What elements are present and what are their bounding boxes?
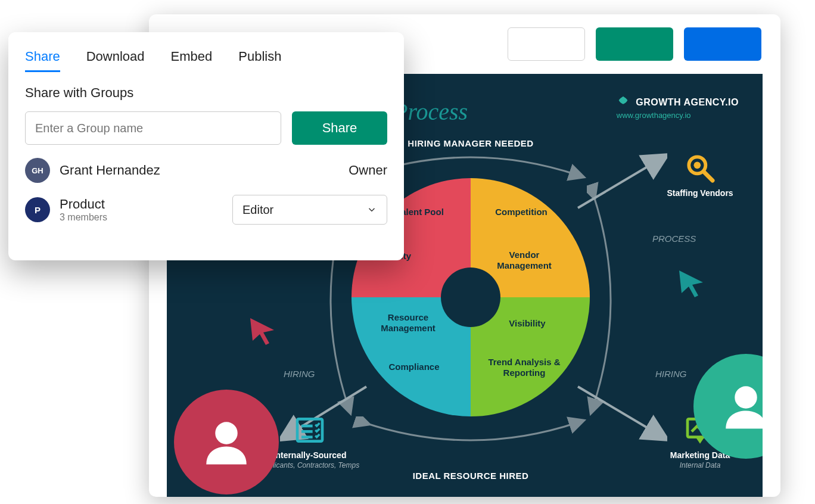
wheel-bl1: Resource Management (369, 312, 447, 334)
wheel-tr1: Competition (489, 207, 554, 217)
role-select-value: Editor (242, 203, 273, 217)
svg-line-0 (578, 160, 658, 208)
wheel-br2: Trend Analysis & Reporting (486, 357, 563, 378)
bottom-label: IDEAL RESOURCE HIRED (399, 471, 542, 481)
arrow-br (572, 378, 667, 443)
agency-name: GROWTH AGENCY.IO (636, 97, 739, 107)
staffing-vendors-block: Staffing Vendors (661, 151, 739, 198)
svg-point-12 (735, 386, 757, 409)
tab-share[interactable]: Share (25, 43, 60, 72)
checklist-icon (293, 413, 326, 447)
modal-tabs: Share Download Embed Publish (25, 43, 387, 72)
toolbar-button-outline[interactable] (508, 27, 585, 61)
internally-sourced-sub: Applicants, Contractors, Temps (260, 461, 359, 469)
magnifier-icon (683, 151, 717, 185)
wheel-br1: Visibility (497, 318, 557, 329)
avatar-p: P (25, 197, 50, 222)
owner-role-label: Owner (349, 163, 387, 178)
chevron-down-icon (366, 204, 377, 215)
internally-sourced-label: Internally-Sourced (273, 450, 347, 460)
person-icon (719, 379, 763, 433)
marketing-data-sub: Internal Data (680, 461, 721, 469)
agency-logo: GROWTH AGENCY.IO www.growthagency.io (617, 95, 739, 120)
collaborator-avatar-red (174, 390, 279, 494)
cursor-red-icon (244, 312, 280, 348)
wheel-bl2: Compliance (381, 362, 447, 372)
top-label: HIRING MANAGER NEEDED (399, 138, 542, 148)
agency-url: www.growthagency.io (617, 111, 739, 120)
tab-publish[interactable]: Publish (238, 43, 281, 72)
canvas-title: Process (393, 98, 468, 126)
share-section-title: Share with Groups (25, 85, 387, 101)
avatar-gh: GH (25, 158, 50, 183)
svg-point-4 (694, 162, 701, 169)
cursor-teal-icon (673, 265, 709, 300)
share-modal: Share Download Embed Publish Share with … (8, 32, 404, 260)
svg-line-5 (704, 172, 713, 181)
share-input-row: Share (25, 111, 387, 145)
member-row-group: P Product 3 members Editor (25, 195, 387, 225)
arrow-tr (572, 151, 667, 217)
member-sub-group: 3 members (60, 212, 107, 223)
member-name-owner: Grant Hernandez (60, 163, 160, 178)
process-label: PROCESS (652, 234, 696, 244)
member-name-group: Product (60, 197, 107, 212)
person-icon (200, 415, 253, 469)
arc-bottom (346, 416, 596, 452)
staffing-vendors-label: Staffing Vendors (667, 188, 733, 198)
share-button[interactable]: Share (292, 111, 387, 145)
role-select[interactable]: Editor (232, 195, 387, 225)
svg-line-1 (578, 387, 658, 434)
tab-embed[interactable]: Embed (171, 43, 213, 72)
svg-point-11 (215, 422, 238, 444)
agency-icon (617, 95, 630, 111)
member-row-owner: GH Grant Hernandez Owner (25, 158, 387, 183)
group-name-input[interactable] (25, 111, 281, 145)
toolbar-button-blue[interactable] (684, 27, 761, 61)
wheel-tr2: Vendor Management (489, 250, 560, 271)
toolbar-button-teal[interactable] (596, 27, 673, 61)
tab-download[interactable]: Download (86, 43, 145, 72)
